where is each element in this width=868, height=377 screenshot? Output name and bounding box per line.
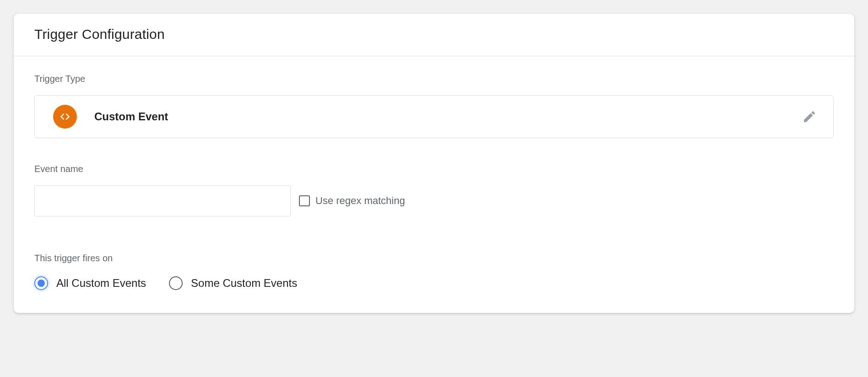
trigger-type-name: Custom Event [94,110,799,123]
code-icon [53,105,77,129]
event-name-label: Event name [34,164,834,174]
radio-label: All Custom Events [56,277,146,290]
card-title: Trigger Configuration [34,27,834,42]
event-name-input[interactable] [34,185,291,216]
regex-checkbox-label: Use regex matching [315,195,405,207]
checkbox-icon [299,195,310,206]
event-name-row: Use regex matching [34,185,834,216]
fires-on-radio-group: All Custom Events Some Custom Events [34,276,834,290]
card-header: Trigger Configuration [14,14,854,56]
edit-icon[interactable] [799,107,819,127]
radio-selected-icon [34,276,48,290]
trigger-type-label: Trigger Type [34,74,834,84]
radio-all-custom-events[interactable]: All Custom Events [34,276,146,290]
fires-on-label: This trigger fires on [34,253,834,264]
radio-unselected-icon [169,276,183,290]
radio-label: Some Custom Events [191,277,297,290]
card-body: Trigger Type Custom Event Event name Use… [14,56,854,313]
trigger-configuration-card: Trigger Configuration Trigger Type Custo… [14,14,854,313]
regex-checkbox-container[interactable]: Use regex matching [299,195,405,207]
trigger-type-selector[interactable]: Custom Event [34,95,834,138]
radio-some-custom-events[interactable]: Some Custom Events [169,276,297,290]
